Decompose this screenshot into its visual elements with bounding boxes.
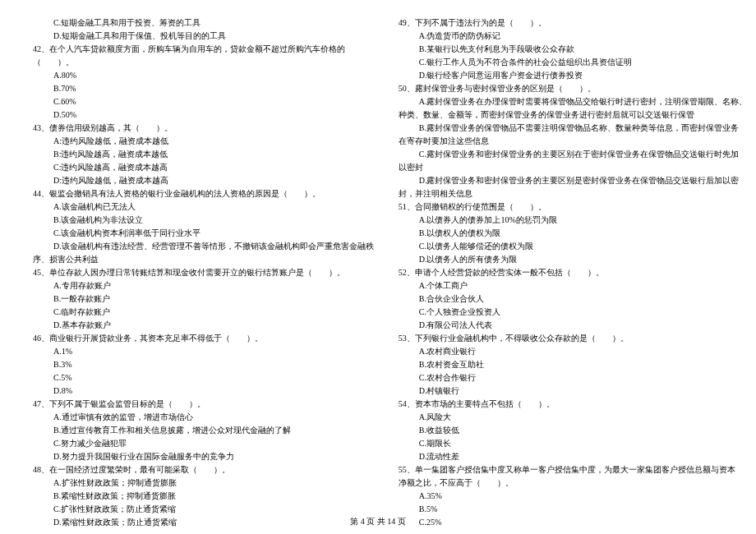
q54-a: A.风险大: [399, 411, 748, 424]
q53-c: C.农村合作银行: [399, 371, 748, 384]
q47-d: D.努力提升我国银行业在国际金融服务中的竞争力: [33, 450, 374, 463]
q49-d: D.银行经客户同意运用客户资金进行债券投资: [399, 69, 748, 82]
q52-stem: 52、申请个人经营贷款的经营实体一般不包括（ ）。: [399, 266, 748, 279]
q48-stem: 48、在一国经济过度繁荣时，最有可能采取（ ）。: [33, 463, 374, 476]
q45-d: D.基本存款账户: [33, 319, 374, 332]
q49-a: A.伪造货币的防伪标记: [399, 30, 748, 43]
q44-c: C.该金融机构资本利润率低于同行业水平: [33, 227, 374, 240]
exam-page: C.短期金融工具和用于投资、筹资的工具 D.短期金融工具和用于保值、投机等目的的…: [0, 0, 756, 534]
q43-a: A:违约风险越低，融资成本越低: [33, 135, 374, 148]
q42-d: D.50%: [33, 108, 374, 122]
q53-stem: 53、下列银行业金融机构中，不得吸收公众存款的是（ ）。: [399, 332, 748, 345]
q51-stem: 51、合同撤销权的行使范围是（ ）。: [399, 200, 748, 214]
q53-d: D.村镇银行: [399, 384, 748, 398]
q53-a: A.农村商业银行: [399, 345, 748, 358]
left-column: C.短期金融工具和用于投资、筹资的工具 D.短期金融工具和用于保值、投机等目的的…: [33, 16, 374, 529]
q46-c: C.5%: [33, 371, 374, 384]
q49-b: B.某银行以先支付利息为手段吸收公众存款: [399, 43, 748, 56]
q52-c: C.个人独资企业投资人: [399, 306, 748, 319]
q48-a: A.扩张性财政政策；抑制通货膨胀: [33, 476, 374, 490]
pre-opt-d: D.短期金融工具和用于保值、投机等目的的工具: [33, 30, 374, 43]
q54-c: C.期限长: [399, 437, 748, 450]
q54-b: B.收益较低: [399, 424, 748, 437]
q50-cont2: 在寄存时要加注这些信息: [399, 135, 748, 148]
q42-stem1: 42、在个人汽车贷款额度方面，所购车辆为自用车的，贷款金额不超过所购汽车价格的: [33, 43, 374, 56]
q48-b: B.紧缩性财政政策；抑制通货膨胀: [33, 490, 374, 503]
q50-stem: 50、露封保管业务与密封保管业务的区别是（ ）。: [399, 82, 748, 95]
q50-d: D.露封保管业务和密封保管业务的主要区别是密封保管业务在保管物品交送银行后加以密: [399, 174, 748, 187]
pre-opt-c: C.短期金融工具和用于投资、筹资的工具: [33, 16, 374, 30]
q52-b: B.合伙企业合伙人: [399, 292, 748, 306]
q42-b: B.70%: [33, 82, 374, 95]
q52-a: A.个体工商户: [399, 279, 748, 292]
q53-b: B.农村资金互助社: [399, 358, 748, 371]
q48-c: C.扩张性财政政策；防止通货紧缩: [33, 503, 374, 516]
q54-stem: 54、资本市场的主要特点不包括（ ）。: [399, 398, 748, 411]
q44-d: D.该金融机构有违法经营、经营管理不善等情形，不撤销该金融机构即会严重危害金融秩: [33, 240, 374, 253]
q45-b: B.一般存款账户: [33, 292, 374, 306]
q47-b: B.通过宣传教育工作和相关信息披露，增进公众对现代金融的了解: [33, 424, 374, 437]
q46-d: D.8%: [33, 384, 374, 398]
q50-cont4: 封，并注明相关信息: [399, 187, 748, 200]
right-column: 49、下列不属于违法行为的是（ ）。 A.伪造货币的防伪标记 B.某银行以先支付…: [399, 16, 748, 529]
q55-stem2: 净额之比，不应高于（ ）。: [399, 476, 748, 490]
q46-b: B.3%: [33, 358, 374, 371]
q45-c: C.临时存款账户: [33, 306, 374, 319]
q55-stem1: 55、单一集团客户授信集中度又称单一客户授信集中度，为最大一家集团客户授信总额与…: [399, 463, 748, 476]
q49-c: C.银行工作人员为不符合条件的社会公益组织出具资信证明: [399, 56, 748, 69]
q45-stem: 45、单位存款人因办理日常转账结算和现金收付需要开立的银行结算账户是（ ）。: [33, 266, 374, 279]
q44-tail: 序、损害公共利益: [33, 253, 374, 266]
q42-c: C.60%: [33, 95, 374, 108]
q49-stem: 49、下列不属于违法行为的是（ ）。: [399, 16, 748, 30]
q47-c: C.努力减少金融犯罪: [33, 437, 374, 450]
page-footer: 第 4 页 共 14 页: [0, 516, 756, 527]
q54-d: D.流动性差: [399, 450, 748, 463]
q50-cont3: 以密封: [399, 161, 748, 174]
q46-stem: 46、商业银行开展贷款业务，其资本充足率不得低于（ ）。: [33, 332, 374, 345]
q44-b: B.该金融机构为非法设立: [33, 214, 374, 227]
q52-d: D.有限公司法人代表: [399, 319, 748, 332]
q55-b: B.5%: [399, 503, 748, 516]
q43-c: C:违约风险越高，融资成本越高: [33, 161, 374, 174]
q44-a: A.该金融机构已无法人: [33, 200, 374, 214]
q42-a: A.80%: [33, 69, 374, 82]
q47-a: A.通过审慎有效的监管，增进市场信心: [33, 411, 374, 424]
q43-d: D:违约风险越低，融资成本越高: [33, 174, 374, 187]
q50-cont1: 种类、数量、金额等，而密封保管业务的保管业务进行密封后就可以交送银行保管: [399, 108, 748, 122]
q51-b: B.以债权人的债权为限: [399, 227, 748, 240]
q45-a: A.专用存款账户: [33, 279, 374, 292]
q50-b: B.露封保管业务的保管物品不需要注明保管物品名称、数量种类等信息，而密封保管业务: [399, 122, 748, 135]
q42-stem2: （ ）。: [33, 56, 374, 69]
q55-a: A.35%: [399, 490, 748, 503]
q51-d: D.以债务人的所有债务为限: [399, 253, 748, 266]
q43-stem: 43、债券信用级别越高，其（ ）。: [33, 122, 374, 135]
q47-stem: 47、下列不属于银监会监管目标的是（ ）。: [33, 398, 374, 411]
q51-c: C.以债务人能够偿还的债权为限: [399, 240, 748, 253]
q50-c: C.露封保管业务和密封保管业务的主要区别在于密封保管业务在保管物品交送银行时先加: [399, 148, 748, 161]
q50-a: A.露封保管业务在办理保管时需要将保管物品交给银行时进行密封，注明保管期限、名称…: [399, 95, 748, 108]
q46-a: A.1%: [33, 345, 374, 358]
q51-a: A.以债券人的债券加上10%的惩罚为限: [399, 214, 748, 227]
q43-b: B:违约风险越高，融资成本越低: [33, 148, 374, 161]
q44-stem: 44、银监会撤销具有法人资格的银行业金融机构的法人资格的原因是（ ）。: [33, 187, 374, 200]
